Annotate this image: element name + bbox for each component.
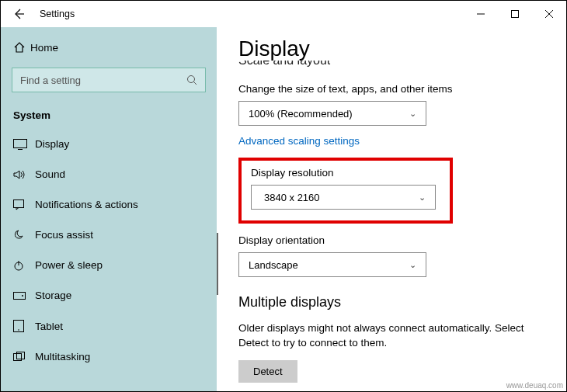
scroll-indicator[interactable] — [217, 233, 218, 295]
search-placeholder: Find a setting — [20, 75, 186, 86]
multiple-displays-heading: Multiple displays — [238, 294, 544, 310]
svg-point-4 — [188, 76, 195, 83]
svg-line-5 — [194, 82, 197, 85]
main-content: Display Scale and layout Change the size… — [217, 27, 566, 391]
section-scale-layout: Scale and layout — [238, 61, 544, 70]
advanced-scaling-link[interactable]: Advanced scaling settings — [238, 135, 544, 147]
close-button[interactable] — [532, 2, 566, 26]
search-icon — [186, 75, 197, 85]
scale-label: Change the size of text, apps, and other… — [238, 83, 544, 95]
sidebar-item-power-sleep[interactable]: Power & sleep — [1, 250, 217, 280]
sidebar-item-storage[interactable]: Storage — [1, 280, 217, 310]
power-icon — [13, 260, 35, 271]
resolution-highlight: Display resolution 3840 x 2160 ⌄ — [238, 158, 453, 224]
category-label: System — [1, 99, 217, 129]
sidebar-item-notifications[interactable]: Notifications & actions — [1, 189, 217, 220]
sidebar-item-label: Display — [35, 138, 69, 150]
search-input[interactable]: Find a setting — [12, 68, 206, 92]
chevron-down-icon: ⌄ — [409, 260, 416, 270]
sidebar-item-multitasking[interactable]: Multitasking — [1, 342, 217, 372]
page-title: Display — [238, 36, 544, 61]
resolution-dropdown[interactable]: 3840 x 2160 ⌄ — [251, 185, 436, 210]
sidebar-item-label: Tablet — [35, 321, 63, 332]
sound-icon — [13, 169, 35, 180]
multiple-displays-text: Older displays might not always connect … — [238, 321, 544, 351]
back-button[interactable] — [7, 2, 30, 26]
focus-assist-icon — [13, 230, 35, 241]
sidebar-item-label: Focus assist — [35, 229, 93, 241]
svg-rect-11 — [14, 292, 26, 299]
scale-dropdown[interactable]: 100% (Recommended) ⌄ — [238, 101, 426, 126]
svg-rect-8 — [14, 199, 24, 207]
home-label: Home — [30, 42, 58, 54]
svg-rect-1 — [512, 11, 519, 18]
sidebar-item-label: Notifications & actions — [35, 199, 138, 210]
minimize-button[interactable] — [464, 2, 498, 26]
sidebar-item-label: Sound — [35, 168, 65, 180]
sidebar: Home Find a setting System Display Sound… — [1, 27, 217, 391]
sidebar-item-label: Power & sleep — [35, 259, 103, 271]
home-icon — [13, 41, 30, 54]
sidebar-item-sound[interactable]: Sound — [1, 159, 217, 189]
resolution-label: Display resolution — [251, 167, 440, 179]
sidebar-item-tablet[interactable]: Tablet — [1, 310, 217, 342]
multitasking-icon — [13, 352, 35, 363]
detect-button[interactable]: Detect — [238, 360, 297, 383]
svg-point-12 — [22, 295, 23, 297]
svg-rect-6 — [14, 139, 27, 147]
svg-rect-15 — [14, 353, 22, 360]
storage-icon — [13, 292, 35, 300]
chevron-down-icon: ⌄ — [419, 193, 426, 203]
svg-point-14 — [18, 329, 19, 331]
notifications-icon — [13, 199, 35, 210]
sidebar-item-display[interactable]: Display — [1, 129, 217, 159]
orientation-label: Display orientation — [238, 234, 544, 246]
watermark: www.deuaq.com — [506, 381, 563, 390]
sidebar-item-label: Multitasking — [35, 351, 90, 363]
orientation-value: Landscape — [249, 259, 298, 271]
resolution-value: 3840 x 2160 — [264, 192, 320, 203]
sidebar-item-focus-assist[interactable]: Focus assist — [1, 220, 217, 250]
display-icon — [13, 139, 35, 150]
chevron-down-icon: ⌄ — [409, 109, 416, 119]
orientation-dropdown[interactable]: Landscape ⌄ — [238, 252, 426, 277]
svg-rect-16 — [17, 352, 25, 359]
tablet-icon — [13, 320, 35, 332]
scale-value: 100% (Recommended) — [249, 108, 353, 120]
window-title: Settings — [40, 9, 75, 19]
sidebar-item-label: Storage — [35, 290, 71, 301]
home-nav[interactable]: Home — [1, 33, 217, 61]
maximize-button[interactable] — [498, 2, 532, 26]
